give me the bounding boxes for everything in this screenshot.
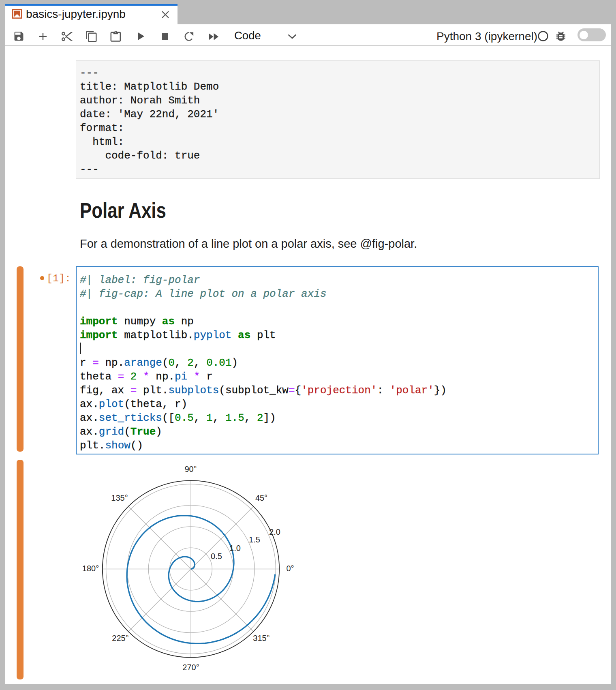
svg-text:270°: 270° <box>182 663 199 672</box>
svg-text:2.0: 2.0 <box>269 527 280 536</box>
svg-text:0.5: 0.5 <box>211 552 222 561</box>
svg-text:1.0: 1.0 <box>229 544 241 553</box>
svg-text:90°: 90° <box>184 465 197 474</box>
svg-text:0°: 0° <box>286 564 294 573</box>
svg-text:135°: 135° <box>111 493 128 502</box>
svg-text:315°: 315° <box>253 634 270 643</box>
svg-text:180°: 180° <box>82 564 99 573</box>
svg-text:45°: 45° <box>255 493 267 502</box>
svg-text:225°: 225° <box>112 634 128 643</box>
svg-text:1.5: 1.5 <box>249 535 260 544</box>
